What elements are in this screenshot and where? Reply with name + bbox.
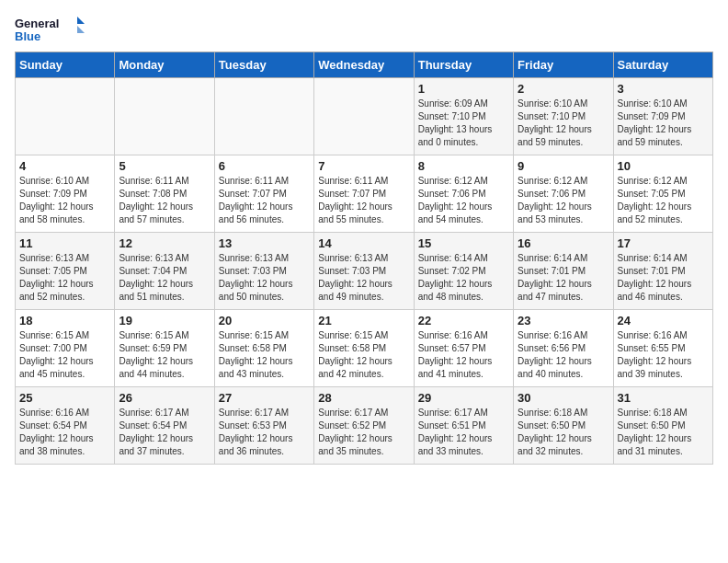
day-number: 11 <box>19 236 110 250</box>
calendar-week-3: 11Sunrise: 6:13 AM Sunset: 7:05 PM Dayli… <box>16 233 713 310</box>
day-info: Sunrise: 6:17 AM Sunset: 6:53 PM Dayligh… <box>219 407 310 458</box>
day-info: Sunrise: 6:14 AM Sunset: 7:01 PM Dayligh… <box>518 252 609 304</box>
column-header-monday: Monday <box>115 52 214 78</box>
calendar-cell: 1Sunrise: 6:09 AM Sunset: 7:10 PM Daylig… <box>414 78 513 155</box>
svg-marker-2 <box>77 17 85 24</box>
calendar-cell: 26Sunrise: 6:17 AM Sunset: 6:54 PM Dayli… <box>115 387 214 465</box>
day-info: Sunrise: 6:15 AM Sunset: 7:00 PM Dayligh… <box>19 329 110 381</box>
calendar-cell: 31Sunrise: 6:18 AM Sunset: 6:50 PM Dayli… <box>613 387 712 465</box>
calendar-cell: 7Sunrise: 6:11 AM Sunset: 7:07 PM Daylig… <box>314 155 414 233</box>
calendar-cell: 23Sunrise: 6:16 AM Sunset: 6:56 PM Dayli… <box>514 310 613 387</box>
svg-marker-3 <box>77 26 85 33</box>
day-number: 9 <box>518 159 609 173</box>
day-info: Sunrise: 6:14 AM Sunset: 7:02 PM Dayligh… <box>418 252 509 304</box>
calendar-cell: 8Sunrise: 6:12 AM Sunset: 7:06 PM Daylig… <box>414 155 513 233</box>
day-info: Sunrise: 6:11 AM Sunset: 7:08 PM Dayligh… <box>119 175 210 226</box>
day-info: Sunrise: 6:12 AM Sunset: 7:05 PM Dayligh… <box>618 175 709 226</box>
day-number: 25 <box>19 391 110 405</box>
column-header-tuesday: Tuesday <box>214 52 313 78</box>
logo-icon: General Blue <box>15 15 88 44</box>
day-info: Sunrise: 6:10 AM Sunset: 7:09 PM Dayligh… <box>618 98 709 149</box>
day-number: 6 <box>219 159 310 173</box>
calendar-cell: 24Sunrise: 6:16 AM Sunset: 6:55 PM Dayli… <box>613 310 712 387</box>
day-info: Sunrise: 6:15 AM Sunset: 6:58 PM Dayligh… <box>219 329 310 381</box>
day-number: 18 <box>19 314 110 327</box>
day-number: 2 <box>518 82 609 96</box>
day-info: Sunrise: 6:18 AM Sunset: 6:50 PM Dayligh… <box>618 407 709 458</box>
calendar-cell: 13Sunrise: 6:13 AM Sunset: 7:03 PM Dayli… <box>214 233 313 310</box>
day-number: 27 <box>219 391 310 405</box>
calendar-cell: 4Sunrise: 6:10 AM Sunset: 7:09 PM Daylig… <box>16 155 115 233</box>
day-number: 10 <box>618 159 709 173</box>
calendar-cell: 18Sunrise: 6:15 AM Sunset: 7:00 PM Dayli… <box>16 310 115 387</box>
day-number: 24 <box>618 314 709 327</box>
day-info: Sunrise: 6:12 AM Sunset: 7:06 PM Dayligh… <box>518 175 609 226</box>
calendar-cell: 3Sunrise: 6:10 AM Sunset: 7:09 PM Daylig… <box>613 78 712 155</box>
calendar-cell: 14Sunrise: 6:13 AM Sunset: 7:03 PM Dayli… <box>314 233 414 310</box>
calendar-cell: 22Sunrise: 6:16 AM Sunset: 6:57 PM Dayli… <box>414 310 513 387</box>
day-info: Sunrise: 6:18 AM Sunset: 6:50 PM Dayligh… <box>518 407 609 458</box>
day-info: Sunrise: 6:17 AM Sunset: 6:52 PM Dayligh… <box>318 407 409 458</box>
calendar-cell: 15Sunrise: 6:14 AM Sunset: 7:02 PM Dayli… <box>414 233 513 310</box>
day-number: 13 <box>219 236 310 250</box>
day-info: Sunrise: 6:15 AM Sunset: 6:59 PM Dayligh… <box>119 329 210 381</box>
column-header-sunday: Sunday <box>16 52 115 78</box>
header-row: SundayMondayTuesdayWednesdayThursdayFrid… <box>16 52 713 78</box>
day-number: 28 <box>318 391 409 405</box>
calendar-cell: 20Sunrise: 6:15 AM Sunset: 6:58 PM Dayli… <box>214 310 313 387</box>
column-header-saturday: Saturday <box>613 52 712 78</box>
day-info: Sunrise: 6:11 AM Sunset: 7:07 PM Dayligh… <box>219 175 310 226</box>
calendar-cell: 2Sunrise: 6:10 AM Sunset: 7:10 PM Daylig… <box>514 78 613 155</box>
calendar-cell <box>314 78 414 155</box>
column-header-thursday: Thursday <box>414 52 513 78</box>
day-info: Sunrise: 6:13 AM Sunset: 7:03 PM Dayligh… <box>219 252 310 304</box>
calendar-cell: 9Sunrise: 6:12 AM Sunset: 7:06 PM Daylig… <box>514 155 613 233</box>
day-info: Sunrise: 6:12 AM Sunset: 7:06 PM Dayligh… <box>418 175 509 226</box>
calendar-cell: 29Sunrise: 6:17 AM Sunset: 6:51 PM Dayli… <box>414 387 513 465</box>
day-info: Sunrise: 6:15 AM Sunset: 6:58 PM Dayligh… <box>318 329 409 381</box>
day-number: 31 <box>618 391 709 405</box>
day-number: 17 <box>618 236 709 250</box>
calendar-cell: 6Sunrise: 6:11 AM Sunset: 7:07 PM Daylig… <box>214 155 313 233</box>
calendar-cell <box>214 78 313 155</box>
day-number: 12 <box>119 236 210 250</box>
calendar-cell: 11Sunrise: 6:13 AM Sunset: 7:05 PM Dayli… <box>16 233 115 310</box>
day-number: 22 <box>418 314 509 327</box>
day-number: 26 <box>119 391 210 405</box>
day-info: Sunrise: 6:13 AM Sunset: 7:05 PM Dayligh… <box>19 252 110 304</box>
day-number: 15 <box>418 236 509 250</box>
calendar-cell: 19Sunrise: 6:15 AM Sunset: 6:59 PM Dayli… <box>115 310 214 387</box>
calendar-cell: 17Sunrise: 6:14 AM Sunset: 7:01 PM Dayli… <box>613 233 712 310</box>
calendar-week-5: 25Sunrise: 6:16 AM Sunset: 6:54 PM Dayli… <box>16 387 713 465</box>
day-number: 7 <box>318 159 409 173</box>
calendar-table: SundayMondayTuesdayWednesdayThursdayFrid… <box>15 52 713 465</box>
day-info: Sunrise: 6:10 AM Sunset: 7:10 PM Dayligh… <box>518 98 609 149</box>
calendar-cell: 21Sunrise: 6:15 AM Sunset: 6:58 PM Dayli… <box>314 310 414 387</box>
calendar-cell: 10Sunrise: 6:12 AM Sunset: 7:05 PM Dayli… <box>613 155 712 233</box>
day-number: 1 <box>418 82 509 96</box>
calendar-cell: 28Sunrise: 6:17 AM Sunset: 6:52 PM Dayli… <box>314 387 414 465</box>
calendar-cell: 12Sunrise: 6:13 AM Sunset: 7:04 PM Dayli… <box>115 233 214 310</box>
calendar-cell: 27Sunrise: 6:17 AM Sunset: 6:53 PM Dayli… <box>214 387 313 465</box>
day-number: 3 <box>618 82 709 96</box>
page-header: General Blue <box>15 15 713 44</box>
day-info: Sunrise: 6:13 AM Sunset: 7:03 PM Dayligh… <box>318 252 409 304</box>
day-info: Sunrise: 6:14 AM Sunset: 7:01 PM Dayligh… <box>618 252 709 304</box>
day-info: Sunrise: 6:16 AM Sunset: 6:54 PM Dayligh… <box>19 407 110 458</box>
calendar-cell: 30Sunrise: 6:18 AM Sunset: 6:50 PM Dayli… <box>514 387 613 465</box>
calendar-cell: 5Sunrise: 6:11 AM Sunset: 7:08 PM Daylig… <box>115 155 214 233</box>
day-info: Sunrise: 6:10 AM Sunset: 7:09 PM Dayligh… <box>19 175 110 226</box>
day-number: 29 <box>418 391 509 405</box>
day-number: 16 <box>518 236 609 250</box>
calendar-week-2: 4Sunrise: 6:10 AM Sunset: 7:09 PM Daylig… <box>16 155 713 233</box>
calendar-cell: 25Sunrise: 6:16 AM Sunset: 6:54 PM Dayli… <box>16 387 115 465</box>
day-number: 23 <box>518 314 609 327</box>
day-number: 21 <box>318 314 409 327</box>
day-info: Sunrise: 6:17 AM Sunset: 6:51 PM Dayligh… <box>418 407 509 458</box>
day-info: Sunrise: 6:13 AM Sunset: 7:04 PM Dayligh… <box>119 252 210 304</box>
calendar-cell <box>115 78 214 155</box>
calendar-cell: 16Sunrise: 6:14 AM Sunset: 7:01 PM Dayli… <box>514 233 613 310</box>
column-header-wednesday: Wednesday <box>314 52 414 78</box>
day-info: Sunrise: 6:17 AM Sunset: 6:54 PM Dayligh… <box>119 407 210 458</box>
day-info: Sunrise: 6:16 AM Sunset: 6:56 PM Dayligh… <box>518 329 609 381</box>
